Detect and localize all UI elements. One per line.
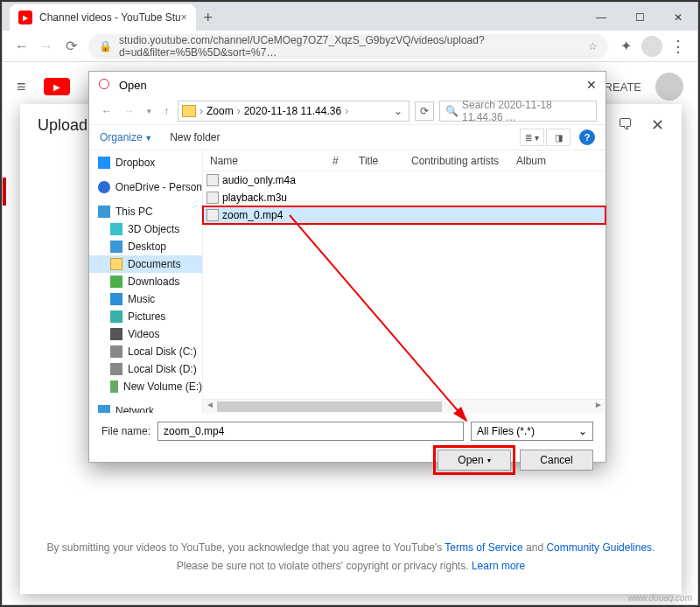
col-title[interactable]: Title [352,155,404,167]
crumb-2[interactable]: 2020-11-18 11.44.36 [244,105,341,117]
cancel-button[interactable]: Cancel [520,450,593,471]
new-folder-button[interactable]: New folder [170,131,220,143]
new-tab-button[interactable]: + [196,9,220,31]
feedback-icon[interactable]: 🗨 [618,115,634,135]
file-row[interactable]: playback.m3u [203,189,606,206]
profile-avatar[interactable] [641,36,662,57]
file-list: Name # Title Contributing artists Album … [203,150,606,413]
omnibox[interactable]: 🔒 studio.youtube.com/channel/UCeMOeg7OZ7… [88,34,608,59]
tree-dropbox[interactable]: Dropbox [89,154,202,171]
tree-3dobjects[interactable]: 3D Objects [89,220,202,238]
chrome-menu-icon[interactable]: ⋮ [666,37,690,56]
help-icon[interactable]: ? [579,129,595,145]
url-text: studio.youtube.com/channel/UCeMOeg7OZ7_X… [119,34,588,59]
chevron-down-icon: ⌄ [578,425,587,437]
tos-link[interactable]: Terms of Service [444,541,522,554]
guidelines-link[interactable]: Community Guidelines [546,541,652,554]
file-open-dialog: Open ✕ ← → ▾ ↑ › Zoom › 2020-11-18 11.44… [88,71,606,463]
tab-title: Channel videos - YouTube Stu [39,11,181,24]
col-name[interactable]: Name [203,155,326,167]
folder-icon [182,105,196,117]
chrome-titlebar: ▶ Channel videos - YouTube Stu × + — ☐ ✕ [3,3,697,31]
lock-icon: 🔒 [99,40,112,52]
col-artists[interactable]: Contributing artists [404,155,509,167]
tab-close-icon[interactable]: × [181,11,187,24]
nav-tree[interactable]: Dropbox OneDrive - Person This PC 3D Obj… [89,150,203,413]
tree-network[interactable]: Network [89,402,202,413]
tree-newvolume-e[interactable]: New Volume (E:) [89,378,202,395]
search-box[interactable]: 🔍 Search 2020-11-18 11.44.36 … [439,101,597,122]
col-num[interactable]: # [326,155,352,167]
open-button[interactable]: Open▾ [438,450,511,471]
horizontal-scrollbar[interactable]: ◄► [203,399,606,413]
tree-desktop[interactable]: Desktop [89,238,202,255]
tree-pictures[interactable]: Pictures [89,308,202,325]
search-placeholder: Search 2020-11-18 11.44.36 … [462,99,591,123]
upload-close-icon[interactable]: ✕ [651,115,664,135]
filetype-select[interactable]: All Files (*.*)⌄ [471,422,593,441]
view-mode-button[interactable]: ≣ ▾ [520,129,544,146]
address-bar: ← → ⟳ 🔒 studio.youtube.com/channel/UCeMO… [3,31,697,62]
tree-localdisk-d[interactable]: Local Disk (D:) [89,360,202,378]
preview-pane-button[interactable]: ◨ [546,129,570,146]
file-row[interactable]: audio_only.m4a [203,171,606,189]
youtube-favicon: ▶ [18,10,32,24]
filename-label: File name: [102,425,150,437]
crumb-1[interactable]: Zoom [206,105,234,117]
nav-history-icon[interactable]: ▾ [144,107,155,115]
tree-videos[interactable]: Videos [89,325,202,343]
tree-localdisk-c[interactable]: Local Disk (C:) [89,343,202,360]
col-album[interactable]: Album [509,155,562,167]
file-icon [206,192,219,204]
watermark: www.douaq.com [628,593,692,603]
breadcrumb[interactable]: › Zoom › 2020-11-18 11.44.36 › ⌄ [178,101,410,122]
nav-reload[interactable]: ⟳ [59,38,83,54]
window-close[interactable]: ✕ [659,4,697,31]
account-avatar[interactable] [655,73,683,101]
star-icon[interactable]: ☆ [588,40,598,52]
tree-music[interactable]: Music [89,290,202,308]
nav-up-icon[interactable]: ↑ [160,105,172,117]
dialog-close-icon[interactable]: ✕ [586,78,597,92]
crumb-dropdown-icon[interactable]: ⌄ [391,105,405,117]
nav-forward: → [34,38,59,54]
tos-footer: By submitting your videos to YouTube, yo… [20,539,682,576]
file-row-selected[interactable]: zoom_0.mp4 [203,206,606,224]
window-maximize[interactable]: ☐ [620,4,659,31]
tree-thispc[interactable]: This PC [89,203,202,220]
learn-more-link[interactable]: Learn more [472,560,525,572]
window-minimize[interactable]: — [582,4,620,31]
tree-downloads[interactable]: Downloads [89,273,202,290]
hamburger-icon[interactable]: ≡ [17,78,26,96]
refresh-button[interactable]: ⟳ [415,101,434,121]
nav-forward-icon: → [121,105,138,117]
chrome-window: ▶ Channel videos - YouTube Stu × + — ☐ ✕… [2,2,698,605]
nav-back[interactable]: ← [10,38,34,54]
dialog-title: Open [119,79,147,92]
filename-input[interactable] [158,422,464,441]
search-icon: 🔍 [445,105,458,117]
browser-tab[interactable]: ▶ Channel videos - YouTube Stu × [10,4,196,31]
extensions-icon[interactable]: ✦ [613,38,638,54]
tree-onedrive[interactable]: OneDrive - Person [89,178,202,196]
dialog-icon [98,78,112,92]
column-headers[interactable]: Name # Title Contributing artists Album [203,150,606,171]
organize-menu[interactable]: Organize [100,131,152,143]
sidebar-active-indicator [3,178,6,206]
file-icon [206,209,219,221]
nav-back-icon[interactable]: ← [98,105,116,117]
file-icon [206,174,219,186]
tree-documents[interactable]: Documents [89,255,202,273]
